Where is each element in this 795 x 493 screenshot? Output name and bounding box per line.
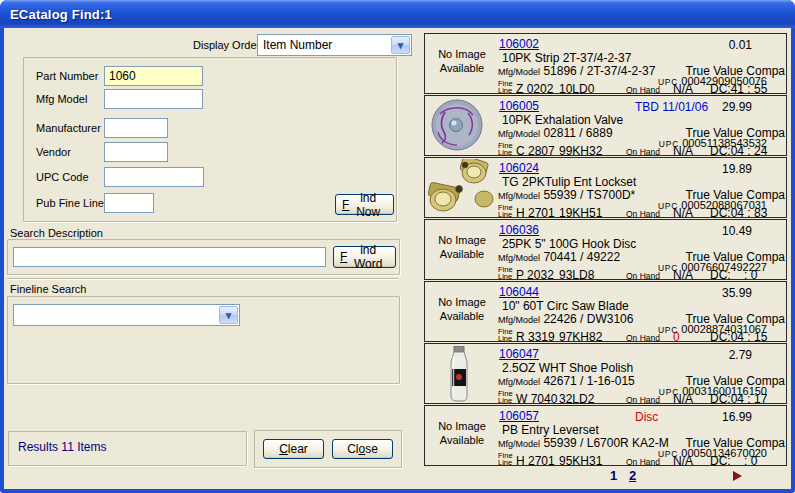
item-number-link[interactable]: 106002 [499, 37, 539, 51]
mfg-model-tag: Mfg/Model [498, 253, 540, 263]
item-status: Disc [635, 410, 658, 424]
on-hand-tag: On Hand [626, 457, 660, 466]
vendor-label: Vendor [36, 146, 71, 158]
result-row: 106024 19.89 TG 2PKTulip Ent Lockset Mfg… [424, 157, 787, 218]
pub-fine-line-input[interactable] [104, 193, 154, 213]
item-description: 10" 60T Circ Saw Blade [502, 299, 629, 313]
item-mfg-model: Mfg/Model 55939 / TS700D* [498, 188, 635, 202]
display-order-dropdown[interactable]: Item Number ▾ [257, 34, 412, 56]
search-description-label: Search Description [10, 227, 103, 239]
item-description: 10PK Exhalation Valve [502, 113, 623, 127]
item-number-link[interactable]: 106005 [499, 99, 539, 113]
on-hand-value: N/A [673, 392, 693, 404]
chevron-down-icon[interactable]: ▾ [391, 36, 410, 54]
product-image-valve [428, 98, 490, 156]
close-button[interactable]: Close [332, 439, 393, 459]
manufacturer-input[interactable] [104, 118, 168, 138]
next-page-arrow-icon[interactable] [733, 471, 742, 481]
result-row: 106005 TBD 11/01/06 29.99 10PK Exhalatio… [424, 95, 787, 156]
secondary-code: 10LD0 [559, 82, 594, 94]
item-number-link[interactable]: 106044 [499, 285, 539, 299]
fineline-search-label: Fineline Search [10, 283, 86, 295]
item-description: TG 2PKTulip Ent Lockset [502, 175, 636, 189]
item-price: 16.99 [722, 410, 752, 424]
item-mfg-model: Mfg/Model 02811 / 6889 [498, 126, 613, 140]
result-row: No ImageAvailable 106044 35.99 10" 60T C… [424, 281, 787, 342]
bottle-image [445, 346, 473, 403]
secondary-code: 99KH32 [559, 144, 602, 156]
secondary-code: 32LD2 [559, 392, 594, 404]
results-list: No ImageAvailable 106002 0.01 10PK Strip… [424, 33, 787, 467]
fine-line-tag: FineLine [498, 204, 513, 218]
chevron-down-icon[interactable]: ▾ [219, 306, 238, 324]
on-hand-value: N/A [673, 268, 693, 280]
product-image-bottle [445, 346, 473, 404]
mfg-model-input[interactable] [104, 89, 203, 109]
secondary-code: 19KH51 [559, 206, 602, 218]
valve-image [428, 98, 490, 153]
on-hand-value: N/A [673, 454, 693, 466]
title-bar: ECatalog Find:1 [0, 0, 795, 28]
part-number-input[interactable] [104, 66, 203, 86]
item-price: 35.99 [722, 286, 752, 300]
fine-line-value: R 3319 [516, 330, 555, 342]
item-price: 29.99 [722, 100, 752, 114]
mfg-model-tag: Mfg/Model [498, 67, 540, 77]
dc-value: DC:04 : 15 [710, 330, 767, 342]
fine-line-tag: FineLine [498, 80, 513, 94]
result-row: No ImageAvailable 106002 0.01 10PK Strip… [424, 33, 787, 94]
manufacturer-label: Manufacturer [36, 122, 101, 134]
on-hand-value: N/A [673, 82, 693, 94]
page-2-link[interactable]: 2 [629, 468, 636, 483]
dc-value: DC: : 0 [710, 268, 757, 280]
on-hand-tag: On Hand [626, 333, 660, 342]
item-number-link[interactable]: 106036 [499, 223, 539, 237]
mfg-model-value: 51896 / 2T-37/4-2-37 [543, 64, 655, 78]
result-row: 106047 2.79 2.5OZ WHT Shoe Polish Mfg/Mo… [424, 343, 787, 404]
upc-code-input[interactable] [104, 167, 204, 187]
fine-line-value: W 7040 [516, 392, 557, 404]
item-mfg-model: Mfg/Model 42671 / 1-16-015 [498, 374, 635, 388]
on-hand-tag: On Hand [626, 395, 660, 404]
vendor-input[interactable] [104, 142, 168, 162]
no-image-placeholder: No ImageAvailable [427, 47, 497, 75]
item-number-link[interactable]: 106057 [499, 409, 539, 423]
item-price: 2.79 [729, 348, 752, 362]
find-word-button[interactable]: Find Word [333, 246, 396, 268]
mfg-model-value: 55939 / TS700D* [543, 188, 635, 202]
fineline-search-dropdown[interactable]: ▾ [13, 304, 240, 326]
item-description: 10PK Strip 2T-37/4-2-37 [502, 51, 631, 65]
item-description: 2.5OZ WHT Shoe Polish [502, 361, 633, 375]
part-number-label: Part Number [36, 70, 98, 82]
mfg-model-value: 55939 / L6700R KA2-M [543, 436, 668, 450]
item-number-link[interactable]: 106047 [499, 347, 539, 361]
secondary-code: 97KH82 [559, 330, 602, 342]
mfg-model-tag: Mfg/Model [498, 439, 540, 449]
on-hand-value: N/A [673, 144, 693, 156]
fine-line-value: C 2807 [516, 144, 555, 156]
result-row: No ImageAvailable 106057 Disc 16.99 PB E… [424, 405, 787, 466]
item-description: 25PK 5" 100G Hook Disc [502, 237, 636, 251]
pub-fine-line-label: Pub Fine Line [36, 197, 104, 209]
results-summary: Results 11 Items [18, 440, 106, 454]
dc-value: DC:04 : 17 [710, 392, 767, 404]
on-hand-tag: On Hand [626, 147, 660, 156]
search-description-input[interactable] [13, 247, 326, 267]
on-hand-value: N/A [673, 206, 693, 218]
product-image-lockset [425, 159, 497, 218]
item-price: 19.89 [722, 162, 752, 176]
item-number-link[interactable]: 106024 [499, 161, 539, 175]
dc-value: DC:41 : 55 [710, 82, 767, 94]
mfg-model-value: 70441 / 49222 [543, 250, 620, 264]
find-now-button[interactable]: Find Now [335, 194, 394, 215]
clear-button[interactable]: Clear [263, 439, 324, 459]
ecatalog-find-window: ECatalog Find:1 Display Order Item Numbe… [0, 0, 795, 493]
secondary-code: 95KH31 [559, 454, 602, 466]
upc-code-label: UPC Code [36, 171, 89, 183]
mfg-model-value: 22426 / DW3106 [543, 312, 633, 326]
page-1-indicator: 1 [610, 468, 617, 483]
fine-line-tag: FineLine [498, 142, 513, 156]
mfg-model-label: Mfg Model [36, 93, 87, 105]
fine-line-value: H 2701 [516, 206, 555, 218]
item-price: 0.01 [729, 38, 752, 52]
